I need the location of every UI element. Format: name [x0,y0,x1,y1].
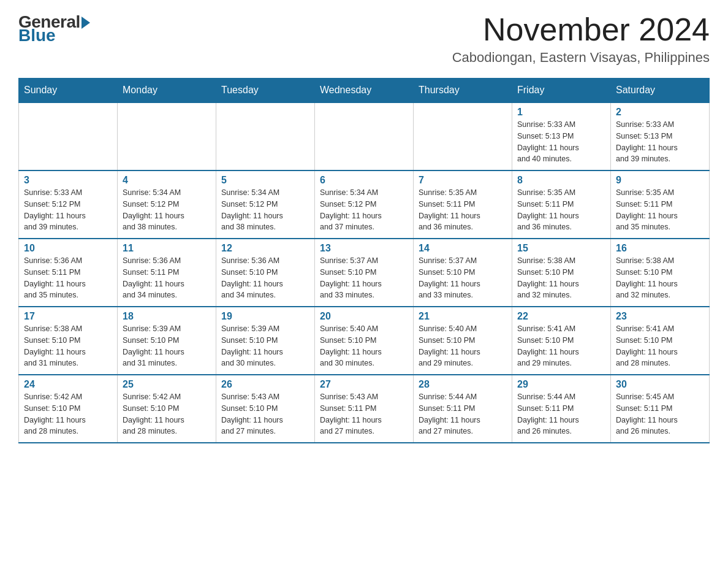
calendar-cell: 14Sunrise: 5:37 AM Sunset: 5:10 PM Dayli… [414,239,512,307]
calendar-cell: 29Sunrise: 5:44 AM Sunset: 5:11 PM Dayli… [512,375,611,443]
day-info: Sunrise: 5:40 AM Sunset: 5:10 PM Dayligh… [320,323,408,369]
day-number: 26 [221,379,309,390]
day-number: 17 [24,311,112,322]
day-number: 29 [517,379,605,390]
calendar-cell: 15Sunrise: 5:38 AM Sunset: 5:10 PM Dayli… [512,239,611,307]
calendar-week-row: 3Sunrise: 5:33 AM Sunset: 5:12 PM Daylig… [19,170,710,239]
calendar-cell: 16Sunrise: 5:38 AM Sunset: 5:10 PM Dayli… [611,239,710,307]
day-info: Sunrise: 5:38 AM Sunset: 5:10 PM Dayligh… [616,255,704,301]
day-info: Sunrise: 5:33 AM Sunset: 5:12 PM Dayligh… [24,187,112,233]
column-header-friday: Friday [512,79,611,103]
calendar-cell: 20Sunrise: 5:40 AM Sunset: 5:10 PM Dayli… [315,307,414,375]
calendar-cell: 21Sunrise: 5:40 AM Sunset: 5:10 PM Dayli… [414,307,512,375]
day-info: Sunrise: 5:35 AM Sunset: 5:11 PM Dayligh… [517,187,605,233]
column-header-sunday: Sunday [19,79,118,103]
day-number: 19 [221,311,309,322]
calendar-cell: 19Sunrise: 5:39 AM Sunset: 5:10 PM Dayli… [216,307,315,375]
day-number: 10 [24,243,112,254]
calendar-week-row: 24Sunrise: 5:42 AM Sunset: 5:10 PM Dayli… [19,375,710,443]
day-number: 1 [517,107,605,118]
day-info: Sunrise: 5:44 AM Sunset: 5:11 PM Dayligh… [419,391,507,437]
logo-arrow-icon [82,17,90,29]
month-year-title: November 2024 [452,12,710,47]
calendar-cell: 17Sunrise: 5:38 AM Sunset: 5:10 PM Dayli… [19,307,118,375]
day-number: 13 [320,243,408,254]
calendar-cell [118,102,216,170]
calendar-cell: 10Sunrise: 5:36 AM Sunset: 5:11 PM Dayli… [19,239,118,307]
calendar-cell: 8Sunrise: 5:35 AM Sunset: 5:11 PM Daylig… [512,170,611,239]
calendar-cell: 3Sunrise: 5:33 AM Sunset: 5:12 PM Daylig… [19,170,118,239]
day-info: Sunrise: 5:34 AM Sunset: 5:12 PM Dayligh… [221,187,309,233]
day-info: Sunrise: 5:39 AM Sunset: 5:10 PM Dayligh… [221,323,309,369]
day-number: 3 [24,175,112,186]
day-info: Sunrise: 5:37 AM Sunset: 5:10 PM Dayligh… [320,255,408,301]
day-info: Sunrise: 5:35 AM Sunset: 5:11 PM Dayligh… [419,187,507,233]
calendar-cell: 30Sunrise: 5:45 AM Sunset: 5:11 PM Dayli… [611,375,710,443]
day-info: Sunrise: 5:40 AM Sunset: 5:10 PM Dayligh… [419,323,507,369]
day-number: 24 [24,379,112,390]
day-info: Sunrise: 5:37 AM Sunset: 5:10 PM Dayligh… [419,255,507,301]
day-number: 23 [616,311,704,322]
day-number: 15 [517,243,605,254]
column-header-saturday: Saturday [611,79,710,103]
day-info: Sunrise: 5:33 AM Sunset: 5:13 PM Dayligh… [616,119,704,165]
day-info: Sunrise: 5:44 AM Sunset: 5:11 PM Dayligh… [517,391,605,437]
calendar-cell: 13Sunrise: 5:37 AM Sunset: 5:10 PM Dayli… [315,239,414,307]
day-info: Sunrise: 5:41 AM Sunset: 5:10 PM Dayligh… [616,323,704,369]
calendar-week-row: 1Sunrise: 5:33 AM Sunset: 5:13 PM Daylig… [19,102,710,170]
calendar-cell: 27Sunrise: 5:43 AM Sunset: 5:11 PM Dayli… [315,375,414,443]
day-info: Sunrise: 5:36 AM Sunset: 5:11 PM Dayligh… [123,255,211,301]
day-info: Sunrise: 5:42 AM Sunset: 5:10 PM Dayligh… [24,391,112,437]
day-info: Sunrise: 5:43 AM Sunset: 5:10 PM Dayligh… [221,391,309,437]
day-info: Sunrise: 5:38 AM Sunset: 5:10 PM Dayligh… [517,255,605,301]
calendar-cell [315,102,414,170]
day-number: 9 [616,175,704,186]
calendar-cell [216,102,315,170]
calendar-cell: 12Sunrise: 5:36 AM Sunset: 5:10 PM Dayli… [216,239,315,307]
day-number: 2 [616,107,704,118]
day-info: Sunrise: 5:42 AM Sunset: 5:10 PM Dayligh… [123,391,211,437]
day-number: 28 [419,379,507,390]
calendar-cell: 22Sunrise: 5:41 AM Sunset: 5:10 PM Dayli… [512,307,611,375]
day-info: Sunrise: 5:34 AM Sunset: 5:12 PM Dayligh… [320,187,408,233]
day-number: 7 [419,175,507,186]
calendar-cell: 24Sunrise: 5:42 AM Sunset: 5:10 PM Dayli… [19,375,118,443]
calendar-week-row: 10Sunrise: 5:36 AM Sunset: 5:11 PM Dayli… [19,239,710,307]
calendar-cell: 26Sunrise: 5:43 AM Sunset: 5:10 PM Dayli… [216,375,315,443]
day-info: Sunrise: 5:36 AM Sunset: 5:11 PM Dayligh… [24,255,112,301]
day-number: 20 [320,311,408,322]
calendar-cell: 6Sunrise: 5:34 AM Sunset: 5:12 PM Daylig… [315,170,414,239]
day-number: 4 [123,175,211,186]
day-number: 8 [517,175,605,186]
logo: General Blue [18,12,90,45]
day-number: 16 [616,243,704,254]
calendar-cell: 25Sunrise: 5:42 AM Sunset: 5:10 PM Dayli… [118,375,216,443]
calendar-cell [19,102,118,170]
calendar-cell: 4Sunrise: 5:34 AM Sunset: 5:12 PM Daylig… [118,170,216,239]
calendar-cell: 7Sunrise: 5:35 AM Sunset: 5:11 PM Daylig… [414,170,512,239]
day-info: Sunrise: 5:34 AM Sunset: 5:12 PM Dayligh… [123,187,211,233]
day-number: 27 [320,379,408,390]
day-number: 12 [221,243,309,254]
day-number: 5 [221,175,309,186]
day-number: 11 [123,243,211,254]
calendar-table: SundayMondayTuesdayWednesdayThursdayFrid… [18,78,710,443]
day-number: 6 [320,175,408,186]
calendar-cell: 28Sunrise: 5:44 AM Sunset: 5:11 PM Dayli… [414,375,512,443]
page-header: General Blue November 2024 Cabodiongan, … [18,12,710,66]
day-info: Sunrise: 5:39 AM Sunset: 5:10 PM Dayligh… [123,323,211,369]
day-number: 25 [123,379,211,390]
day-info: Sunrise: 5:38 AM Sunset: 5:10 PM Dayligh… [24,323,112,369]
day-info: Sunrise: 5:33 AM Sunset: 5:13 PM Dayligh… [517,119,605,165]
calendar-cell [414,102,512,170]
calendar-cell: 1Sunrise: 5:33 AM Sunset: 5:13 PM Daylig… [512,102,611,170]
day-info: Sunrise: 5:45 AM Sunset: 5:11 PM Dayligh… [616,391,704,437]
calendar-cell: 23Sunrise: 5:41 AM Sunset: 5:10 PM Dayli… [611,307,710,375]
day-info: Sunrise: 5:41 AM Sunset: 5:10 PM Dayligh… [517,323,605,369]
calendar-cell: 9Sunrise: 5:35 AM Sunset: 5:11 PM Daylig… [611,170,710,239]
column-header-wednesday: Wednesday [315,79,414,103]
calendar-header-row: SundayMondayTuesdayWednesdayThursdayFrid… [19,79,710,103]
day-info: Sunrise: 5:43 AM Sunset: 5:11 PM Dayligh… [320,391,408,437]
title-section: November 2024 Cabodiongan, Eastern Visay… [452,12,710,66]
calendar-cell: 11Sunrise: 5:36 AM Sunset: 5:11 PM Dayli… [118,239,216,307]
